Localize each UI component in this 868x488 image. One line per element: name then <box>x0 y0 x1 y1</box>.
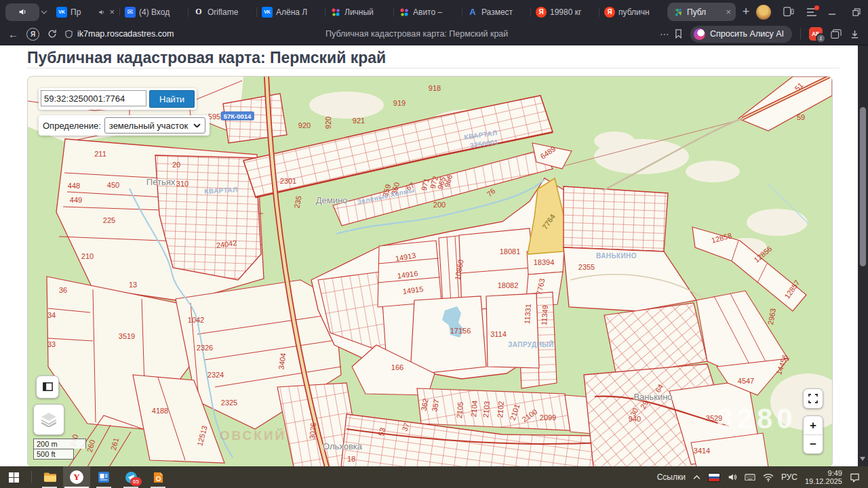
map-label: 12513 <box>195 425 209 447</box>
browser-tab[interactable]: VKАлёна Л <box>257 0 325 24</box>
reload-button[interactable] <box>47 29 57 39</box>
oriflame-app-button[interactable] <box>144 466 172 488</box>
cadastral-number-input[interactable] <box>41 90 146 106</box>
adblock-extension-icon[interactable]: АБ 1 <box>809 27 823 41</box>
profile-avatar[interactable] <box>756 5 771 20</box>
fullscreen-button[interactable] <box>803 388 823 409</box>
map-label: 53 <box>377 427 387 437</box>
map-label: 235 <box>292 195 302 209</box>
omnibox[interactable]: ik7map.roscadastres.com Публичная кадаст… <box>65 24 682 44</box>
restore-button[interactable] <box>844 0 868 24</box>
overflow-icon[interactable]: ⋯ <box>660 28 670 39</box>
av-favicon: А <box>467 7 478 18</box>
layers-button[interactable] <box>33 404 64 435</box>
page-title-text: Публичная кадастровая карта: Пермский кр… <box>178 29 655 39</box>
browser-tab[interactable]: Я19980 кг <box>531 0 599 24</box>
side-panels-icon[interactable] <box>783 7 794 16</box>
speaker-icon <box>18 7 27 16</box>
bookmark-icon[interactable] <box>675 29 682 39</box>
minimize-button[interactable] <box>820 0 844 24</box>
map-label: 10860 <box>453 259 465 281</box>
cadastral-map[interactable]: 5957920920921919918230123535936067971972… <box>27 76 833 468</box>
map-label: 918 <box>429 84 441 92</box>
taskbar-separator <box>31 471 32 483</box>
scrollbar-thumb[interactable] <box>860 107 866 266</box>
heading-divider <box>27 68 840 68</box>
browser-tab[interactable]: ✉(4) Вход <box>120 0 188 24</box>
scale-imperial: 500 ft <box>33 449 74 460</box>
browser-tab[interactable]: АРазмест <box>462 0 530 24</box>
ask-alice-button[interactable]: Спросить Алису AI <box>690 26 792 43</box>
telegram-badge: 65 <box>130 477 142 486</box>
definition-select[interactable]: земельный участок <box>104 117 205 134</box>
browser-tab[interactable]: OOriflame <box>189 0 256 24</box>
clock[interactable]: 9:49 19.12.2025 <box>805 469 842 485</box>
downloads-icon[interactable] <box>850 29 860 39</box>
documents-app-button[interactable] <box>90 466 117 488</box>
browser-tab[interactable]: Публ× <box>668 3 736 21</box>
browser-tab[interactable]: VKПр× <box>52 0 119 24</box>
start-button[interactable] <box>0 466 27 488</box>
map-label: Ванькино <box>633 392 672 402</box>
browser-tab[interactable]: Авито – <box>394 0 462 24</box>
map-label: 3414 <box>694 447 710 455</box>
map-label: 12856 <box>752 245 773 264</box>
action-center-icon[interactable] <box>850 472 860 483</box>
map-label: 14916 <box>397 269 418 280</box>
security-shield-icon[interactable] <box>65 30 73 39</box>
page-heading: Публичная кадастровая карта: Пермский кр… <box>27 49 386 67</box>
russian-flag-icon[interactable] <box>708 473 720 482</box>
wifi-icon[interactable] <box>763 473 774 482</box>
documents-icon <box>98 472 109 483</box>
folder-icon <box>43 472 56 482</box>
yandex-browser-icon: Y <box>70 470 83 484</box>
links-toolbar-label[interactable]: Ссылки <box>657 472 686 482</box>
file-explorer-button[interactable] <box>36 466 63 488</box>
chevron-down-icon[interactable] <box>41 10 47 14</box>
scrollbar-down-arrow[interactable] <box>860 457 865 461</box>
map-label: 20 <box>172 161 180 169</box>
map-label: 2324 <box>208 371 224 379</box>
browser-tab[interactable]: Япубличн <box>599 0 667 24</box>
map-label: 51 <box>793 81 804 92</box>
map-label: 260 <box>85 439 96 453</box>
definition-panel: Определение: земельный участок <box>39 115 210 136</box>
volume-icon[interactable] <box>728 472 737 482</box>
menu-icon[interactable] <box>806 7 817 17</box>
global-mute-button[interactable] <box>5 3 39 21</box>
map-label: 920 <box>298 121 311 129</box>
map-label: 362 <box>419 398 429 411</box>
scale-metric: 200 m <box>33 439 86 449</box>
page-scrollbar[interactable] <box>858 45 868 466</box>
tab-close-icon[interactable]: × <box>725 7 731 17</box>
tab-audio-icon[interactable] <box>98 9 105 16</box>
map-label: 448 <box>68 182 80 190</box>
zoom-in-button[interactable]: + <box>804 416 823 434</box>
chevron-up-icon[interactable] <box>693 475 701 480</box>
yandex-browser-button[interactable]: Y <box>63 466 90 488</box>
mail-favicon: ✉ <box>125 7 136 18</box>
back-button[interactable]: ← <box>8 28 18 40</box>
find-button[interactable]: Найти <box>149 90 195 108</box>
overview-map-button[interactable] <box>36 375 59 399</box>
zoom-out-button[interactable]: − <box>804 435 823 453</box>
map-label: 2099 <box>540 413 556 422</box>
map-label: Петьях <box>146 177 175 187</box>
keyboard-icon[interactable] <box>745 474 755 481</box>
telegram-button[interactable]: 65 <box>117 466 144 488</box>
tab-close-icon[interactable]: × <box>108 7 115 17</box>
map-label: 166 <box>391 363 403 371</box>
map-label: ВАНЬКИНО <box>596 252 637 260</box>
collections-icon[interactable] <box>831 29 842 39</box>
map-label: 37 <box>400 422 410 432</box>
new-tab-button[interactable]: + <box>736 3 756 21</box>
tab-title: Публ <box>687 7 722 17</box>
browser-tab[interactable]: Личный <box>326 0 393 24</box>
zoom-control: + − <box>803 415 823 454</box>
tab-title: (4) Вход <box>139 7 183 17</box>
map-label: 14915 <box>402 285 424 296</box>
map-label: 17156 <box>450 327 471 335</box>
map-label: 4547 <box>738 377 754 385</box>
yandex-home-button[interactable]: Я <box>26 28 39 41</box>
language-indicator[interactable]: РУС <box>781 472 797 482</box>
